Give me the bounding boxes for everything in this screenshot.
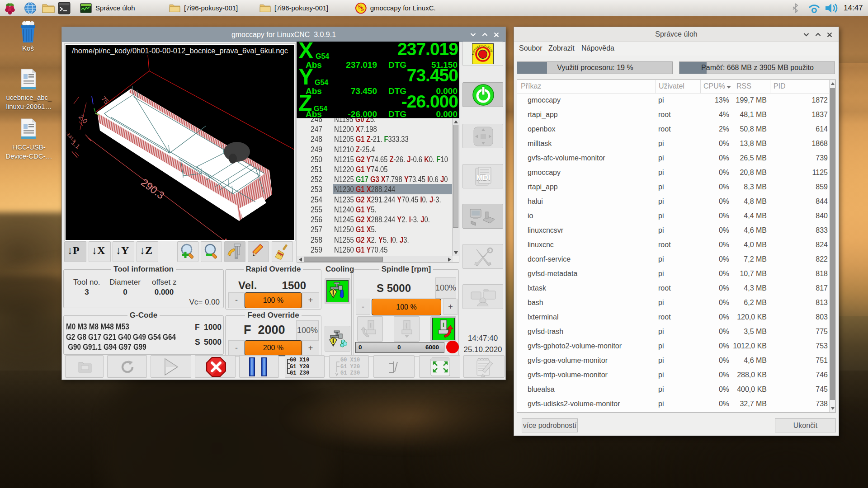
- svg-text:-3.61.5: -3.61.5: [66, 131, 77, 144]
- svg-text:2.0: 2.0: [77, 113, 90, 125]
- svg-text:290.3: 290.3: [139, 176, 167, 201]
